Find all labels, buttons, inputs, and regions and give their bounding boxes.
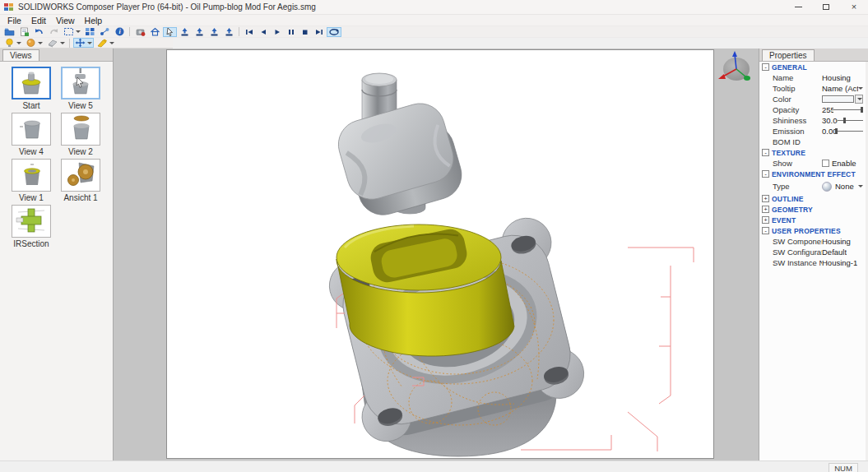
section-environment-effect[interactable]: -ENVIRONMENT EFFECT xyxy=(759,169,866,179)
marker-tool-4-button[interactable] xyxy=(222,27,236,37)
lighting-mode-button[interactable] xyxy=(2,38,23,48)
view-thumb-view-2[interactable]: View 2 xyxy=(56,113,105,156)
loop-playback-button[interactable] xyxy=(327,27,341,37)
color-swatch[interactable] xyxy=(822,95,854,103)
marker-tool-3-button[interactable] xyxy=(207,27,221,37)
dropdown-arrow-icon[interactable] xyxy=(87,42,92,44)
dropdown-arrow-icon[interactable] xyxy=(76,30,81,33)
prop-value[interactable]: 0.00 xyxy=(822,127,863,136)
paper-mode-button[interactable] xyxy=(45,38,67,48)
minimize-button[interactable] xyxy=(784,0,812,14)
prop-dropdown-value[interactable]: None xyxy=(835,182,854,191)
view-thumb-view-1[interactable]: View 1 xyxy=(7,159,56,202)
redo-button[interactable] xyxy=(47,27,61,37)
dropdown-arrow-icon[interactable] xyxy=(38,42,43,44)
marker-tool-1-button[interactable] xyxy=(178,27,192,37)
render-mode-button[interactable] xyxy=(24,38,44,48)
go-to-start-button[interactable] xyxy=(243,27,256,37)
slider-control[interactable] xyxy=(835,127,863,135)
camred-icon xyxy=(135,27,146,36)
expander-icon[interactable]: - xyxy=(762,170,769,178)
menu-view[interactable]: View xyxy=(51,15,80,25)
section-general[interactable]: -GENERAL xyxy=(759,62,866,72)
open-file-button[interactable] xyxy=(2,27,16,37)
dropdown-arrow-icon[interactable] xyxy=(109,42,114,44)
go-to-end-button[interactable] xyxy=(313,27,326,37)
expander-icon[interactable]: - xyxy=(762,63,769,71)
window-controls: × xyxy=(784,0,868,14)
menu-file[interactable]: File xyxy=(2,15,26,25)
export-document-button[interactable] xyxy=(17,27,31,37)
step-back-button[interactable] xyxy=(257,27,270,37)
expander-icon[interactable]: - xyxy=(762,149,769,156)
section-texture[interactable]: -TEXTURE xyxy=(759,147,866,158)
info-button[interactable]: i xyxy=(113,27,127,37)
slider-control[interactable] xyxy=(833,106,863,113)
capture-camera-button[interactable] xyxy=(133,27,147,37)
fit-all-button[interactable] xyxy=(83,27,97,37)
section-user-properties[interactable]: -USER PROPERTIES xyxy=(759,225,866,236)
slider-value: 255 xyxy=(822,105,833,114)
tab-properties[interactable]: Properties xyxy=(762,49,815,61)
view-thumbnail[interactable] xyxy=(61,67,100,99)
link-views-button[interactable] xyxy=(98,27,112,37)
view-thumbnail[interactable] xyxy=(12,67,51,99)
view-thumb-view-5[interactable]: View 5 xyxy=(56,67,105,110)
home-view-button[interactable] xyxy=(148,27,162,37)
select-actor-button[interactable] xyxy=(163,27,177,37)
view-thumb-start[interactable]: Start xyxy=(7,67,56,110)
prop-value[interactable]: None xyxy=(822,182,863,192)
menu-edit[interactable]: Edit xyxy=(26,15,51,25)
prop-value[interactable] xyxy=(822,95,863,104)
section-event[interactable]: +EVENT xyxy=(759,215,866,225)
play-button[interactable] xyxy=(271,27,284,37)
expander-icon[interactable]: + xyxy=(762,206,769,213)
marker-tool-2-button[interactable] xyxy=(193,27,207,37)
checkbox-icon[interactable] xyxy=(822,160,829,167)
prop-value[interactable]: Enable xyxy=(822,159,863,168)
expander-icon[interactable]: + xyxy=(762,216,769,224)
view-label: Start xyxy=(22,101,39,110)
view-thumbnail[interactable] xyxy=(12,159,51,192)
slider-handle[interactable] xyxy=(861,107,863,113)
model-inner-rotor[interactable] xyxy=(332,97,467,223)
slider-control[interactable] xyxy=(838,117,863,124)
view-thumbnail[interactable] xyxy=(61,159,100,192)
prop-dropdown-value[interactable]: Name (Actor Nam xyxy=(822,84,858,93)
view-thumbnail[interactable] xyxy=(61,113,100,146)
close-button[interactable]: × xyxy=(840,0,868,14)
menu-help[interactable]: Help xyxy=(80,15,108,25)
toolbar-separator xyxy=(69,39,70,48)
section-geometry[interactable]: +GEOMETRY xyxy=(759,204,866,215)
tab-views[interactable]: Views xyxy=(2,49,39,61)
orientation-triad[interactable] xyxy=(714,49,757,91)
dropdown-arrow-icon[interactable] xyxy=(16,42,21,44)
view-thumbnail[interactable] xyxy=(12,113,51,146)
dropdown-arrow-icon[interactable] xyxy=(858,87,863,90)
view-thumb-view-4[interactable]: View 4 xyxy=(7,113,56,156)
dropdown-arrow-icon[interactable] xyxy=(858,185,863,187)
expander-icon[interactable]: + xyxy=(762,195,769,202)
section-outline[interactable]: +OUTLINE xyxy=(759,193,866,204)
dropdown-arrow-icon[interactable] xyxy=(60,42,65,44)
model-outer-rotor[interactable] xyxy=(337,224,514,356)
undo-button[interactable] xyxy=(32,27,46,37)
view-thumbnail[interactable] xyxy=(12,205,51,238)
selection-mode-button[interactable] xyxy=(62,27,82,37)
viewport-canvas[interactable] xyxy=(166,49,714,459)
prop-value[interactable]: 30.00 xyxy=(822,116,863,125)
maximize-restore-button[interactable] xyxy=(812,0,840,14)
slider-handle[interactable] xyxy=(835,128,838,134)
properties-tabstrip: Properties xyxy=(759,49,868,62)
prop-value[interactable]: Name (Actor Nam xyxy=(822,84,863,93)
pause-button[interactable] xyxy=(285,27,298,37)
stop-button[interactable] xyxy=(299,27,312,37)
expander-icon[interactable]: - xyxy=(762,227,769,234)
color-dropdown-button[interactable] xyxy=(855,95,863,104)
prop-value[interactable]: 255 xyxy=(822,105,863,114)
view-thumb-irsection[interactable]: IRSection xyxy=(7,205,56,248)
view-thumb-ansicht-1[interactable]: Ansicht 1 xyxy=(56,159,105,202)
redline-tool-button[interactable] xyxy=(95,38,116,48)
slider-handle[interactable] xyxy=(843,118,846,123)
move-tool-button[interactable] xyxy=(73,38,94,48)
